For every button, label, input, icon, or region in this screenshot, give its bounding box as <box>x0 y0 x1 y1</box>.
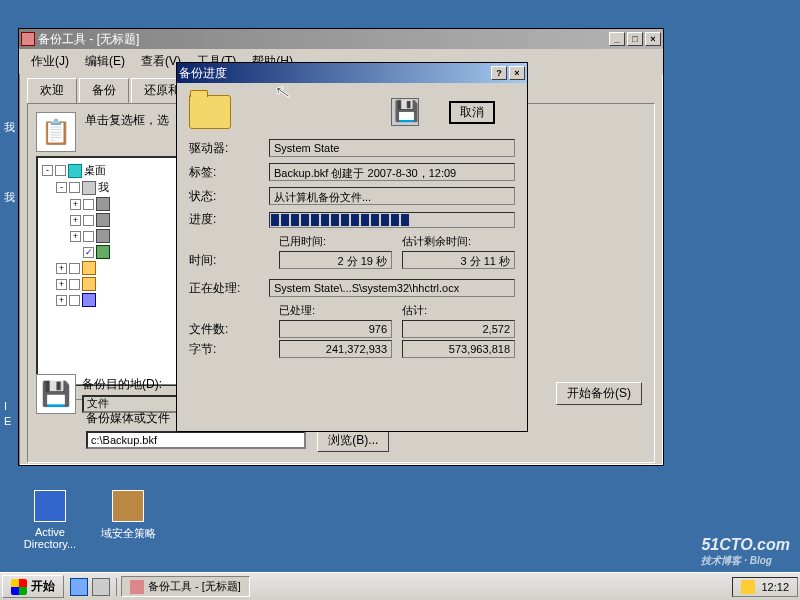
processing-value: System State\...S\system32\hhctrl.ocx <box>269 279 515 297</box>
tray-icon[interactable] <box>741 580 755 594</box>
domain-security-label: 域安全策略 <box>96 526 160 541</box>
file-tree[interactable]: -桌面-我++++++ <box>36 156 196 386</box>
instruction-text: 单击复选框，选 <box>85 113 169 127</box>
tab-backup[interactable]: 备份 <box>79 78 129 103</box>
tree-expander[interactable]: + <box>56 295 67 306</box>
progress-titlebar[interactable]: 备份进度 ? × <box>177 63 527 83</box>
status-value: 从计算机备份文件... <box>269 187 515 205</box>
window-title: 备份工具 - [无标题] <box>38 31 609 48</box>
watermark-main: 51CTO.com <box>701 536 790 554</box>
tag-label: 标签: <box>189 164 269 181</box>
system-tray[interactable]: 12:12 <box>732 577 798 597</box>
close-button[interactable]: × <box>645 32 661 46</box>
minimize-button[interactable]: _ <box>609 32 625 46</box>
drive-label: 驱动器: <box>189 140 269 157</box>
tree-item[interactable]: -我 <box>42 179 190 196</box>
status-label: 状态: <box>189 188 269 205</box>
tree-expander[interactable]: + <box>70 199 81 210</box>
desktop-label: 我 <box>4 190 15 205</box>
elapsed-value: 2 分 19 秒 <box>279 251 392 269</box>
help-button[interactable]: ? <box>491 66 507 80</box>
elapsed-header: 已用时间: <box>279 234 392 249</box>
tree-item[interactable]: + <box>42 228 190 244</box>
domain-security-icon <box>112 490 144 522</box>
instruction-icon <box>36 112 76 152</box>
task-app-icon <box>130 580 144 594</box>
tree-label: 桌面 <box>84 163 106 178</box>
app-icon <box>21 32 35 46</box>
progress-segment <box>381 214 389 226</box>
progress-segment <box>271 214 279 226</box>
tree-expander[interactable]: + <box>56 279 67 290</box>
tree-checkbox[interactable] <box>83 247 94 258</box>
windows-flag-icon <box>11 579 27 595</box>
tag-value: Backup.bkf 创建于 2007-8-30，12:09 <box>269 163 515 181</box>
progress-segment <box>281 214 289 226</box>
tree-checkbox[interactable] <box>69 263 80 274</box>
tree-icon <box>96 229 110 243</box>
tree-item[interactable]: -桌面 <box>42 162 190 179</box>
tree-expander[interactable]: - <box>42 165 53 176</box>
watermark: 51CTO.com 技术博客 · Blog <box>701 536 790 568</box>
tab-welcome[interactable]: 欢迎 <box>27 78 77 103</box>
tree-checkbox[interactable] <box>69 182 80 193</box>
progress-segment <box>321 214 329 226</box>
files-processed-value: 976 <box>279 320 392 338</box>
tree-icon <box>96 213 110 227</box>
ad-icon <box>34 490 66 522</box>
tree-checkbox[interactable] <box>55 165 66 176</box>
tree-checkbox[interactable] <box>69 279 80 290</box>
tree-icon <box>82 181 96 195</box>
files-estimate-value: 2,572 <box>402 320 515 338</box>
tree-icon <box>82 261 96 275</box>
progress-segment <box>311 214 319 226</box>
browse-button[interactable]: 浏览(B)... <box>317 429 389 452</box>
disk-icon <box>391 98 419 126</box>
tree-icon <box>82 277 96 291</box>
tree-item[interactable]: + <box>42 292 190 308</box>
tree-expander[interactable]: + <box>56 263 67 274</box>
tree-expander[interactable]: - <box>56 182 67 193</box>
estimate-header: 估计: <box>402 303 515 318</box>
tree-checkbox[interactable] <box>69 295 80 306</box>
tree-checkbox[interactable] <box>83 231 94 242</box>
tree-item[interactable]: + <box>42 276 190 292</box>
titlebar[interactable]: 备份工具 - [无标题] _ □ × <box>19 29 663 49</box>
tree-icon <box>96 197 110 211</box>
progress-segment <box>331 214 339 226</box>
cancel-button[interactable]: 取消 <box>449 101 495 124</box>
media-path-input[interactable] <box>86 431 306 449</box>
desktop-label: E <box>4 415 11 427</box>
maximize-button[interactable]: □ <box>627 32 643 46</box>
menu-jobs[interactable]: 作业(J) <box>23 51 77 72</box>
clock: 12:12 <box>761 581 789 593</box>
progress-bar <box>269 212 515 228</box>
quick-ie-icon[interactable] <box>70 578 88 596</box>
tree-checkbox[interactable] <box>83 199 94 210</box>
menu-edit[interactable]: 编辑(E) <box>77 51 133 72</box>
watermark-sub: 技术博客 · Blog <box>701 554 790 568</box>
progress-body: 取消 驱动器: System State 标签: Backup.bkf 创建于 … <box>177 83 527 431</box>
tree-expander[interactable]: + <box>70 215 81 226</box>
quick-desktop-icon[interactable] <box>92 578 110 596</box>
tree-expander[interactable]: + <box>70 231 81 242</box>
tree-checkbox[interactable] <box>83 215 94 226</box>
start-button[interactable]: 开始 <box>2 575 64 598</box>
task-button-backup[interactable]: 备份工具 - [无标题] <box>121 576 250 597</box>
tree-item[interactable]: + <box>42 260 190 276</box>
progress-label: 进度: <box>189 211 269 228</box>
processing-label: 正在处理: <box>189 280 269 297</box>
tree-label: 我 <box>98 180 109 195</box>
progress-segment <box>391 214 399 226</box>
desktop-icon-ad[interactable]: Active Directory... <box>18 490 82 550</box>
tree-item[interactable] <box>42 244 190 260</box>
taskbar: 开始 备份工具 - [无标题] 12:12 <box>0 572 800 600</box>
start-backup-button[interactable]: 开始备份(S) <box>556 382 642 405</box>
desktop-icon-domain-security[interactable]: 域安全策略 <box>96 490 160 541</box>
close-button[interactable]: × <box>509 66 525 80</box>
desktop-label: 我 <box>4 120 15 135</box>
tree-item[interactable]: + <box>42 212 190 228</box>
processed-header: 已处理: <box>279 303 392 318</box>
desktop-label: I <box>4 400 7 412</box>
tree-item[interactable]: + <box>42 196 190 212</box>
